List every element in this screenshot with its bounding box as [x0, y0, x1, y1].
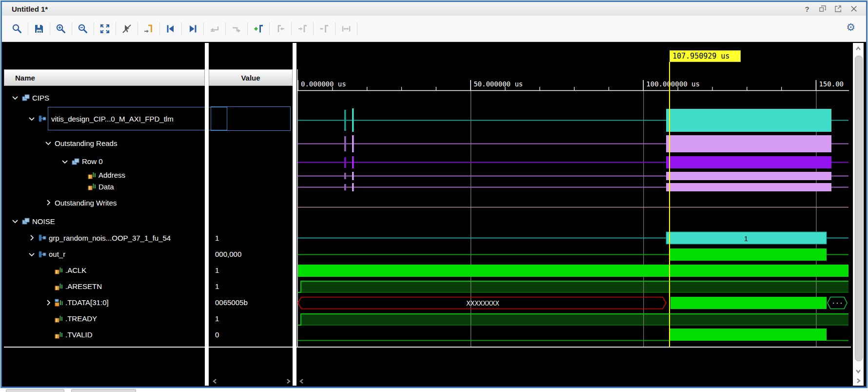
signal-label: Address	[98, 171, 125, 179]
value-hscroll-right[interactable]	[284, 377, 293, 386]
signal-row-noise[interactable]: NOISE	[4, 213, 211, 229]
close-icon[interactable]	[849, 4, 858, 13]
signal-icon	[54, 331, 64, 339]
save-button[interactable]	[31, 21, 47, 37]
signal-label: .TVALID	[64, 330, 93, 339]
chevron-right-icon[interactable]	[26, 234, 37, 241]
svg-text:···: ···	[831, 299, 843, 307]
search-button[interactable]	[9, 21, 25, 37]
signal-value	[209, 133, 293, 153]
interface-icon	[37, 234, 48, 242]
window-title: Untitled 1*	[2, 5, 48, 13]
chevron-right-icon	[285, 378, 291, 384]
pointer-off-button[interactable]	[118, 21, 135, 37]
interface-icon	[37, 115, 48, 123]
zoom-out-button[interactable]	[75, 21, 91, 37]
delete-marker-button	[316, 21, 333, 37]
toolbar-separator	[72, 22, 72, 35]
swap-previous-button	[206, 21, 223, 37]
help-icon[interactable]: ?	[803, 4, 811, 13]
toolbar-separator	[159, 22, 160, 35]
name-value-splitter[interactable]	[205, 43, 209, 386]
signal-value	[211, 106, 291, 131]
open-external-icon[interactable]	[834, 4, 843, 13]
signal-value: 1	[209, 278, 293, 294]
bottom-tab-stub-2[interactable]	[71, 389, 136, 392]
value-wave-splitter[interactable]	[293, 43, 296, 386]
svg-text:100.000000 us: 100.000000 us	[646, 80, 700, 88]
zoom-fit-button[interactable]	[97, 21, 113, 37]
signal-row-cips[interactable]: CIPS	[4, 91, 211, 104]
add-marker-button[interactable]	[250, 21, 267, 37]
svg-text:XXXXXXXX: XXXXXXXX	[466, 299, 499, 307]
value-hscroll-left[interactable]	[211, 377, 219, 386]
signal-label: vitis_design_CIP...0_M_AXI_FPD_tlm	[50, 115, 174, 123]
chevron-down-icon[interactable]	[26, 251, 37, 258]
signal-row-grp-random-nois-oop-37-1-fu-54[interactable]: grp_random_nois...OOP_37_1_fu_54	[4, 229, 227, 246]
signal-value: 1	[209, 310, 293, 327]
settings-gear-button[interactable]: ⚙	[846, 21, 855, 33]
go-to-transition-button[interactable]	[140, 21, 157, 37]
signals-bottom-separator	[4, 347, 851, 348]
previous-transition-button[interactable]	[162, 21, 179, 37]
signal-label: .TREADY	[64, 314, 97, 323]
chevron-down-icon[interactable]	[853, 366, 864, 376]
chevron-right-icon[interactable]	[43, 299, 54, 306]
signal-value: 1	[209, 229, 293, 246]
svg-text:1: 1	[744, 235, 748, 243]
interface-icon	[37, 250, 48, 258]
chevron-up-icon[interactable]	[853, 44, 864, 54]
signal-label: Data	[98, 183, 114, 191]
svg-text:150.00: 150.00	[819, 80, 844, 88]
time-cursor-line[interactable]	[669, 62, 670, 347]
chevron-down-icon[interactable]	[10, 218, 20, 225]
signal-value	[209, 169, 293, 181]
titlebar[interactable]: Untitled 1* ?	[2, 2, 866, 16]
zoom-in-button[interactable]	[53, 21, 69, 37]
signal-label: Outstanding Writes	[54, 199, 117, 207]
signal-value	[209, 213, 293, 229]
signal-value	[209, 192, 293, 213]
signal-label: CIPS	[31, 94, 49, 102]
chevron-down-icon[interactable]	[10, 94, 20, 101]
chevron-down-icon[interactable]	[43, 140, 54, 146]
vertical-scrollbar[interactable]	[853, 43, 864, 377]
swap-markers-button	[338, 21, 355, 37]
signal-label: Outstanding Reads	[54, 139, 117, 147]
signal-row-vitis-design-cip-0-m-axi-fpd-tlm[interactable]: vitis_design_CIP...0_M_AXI_FPD_tlm	[4, 104, 227, 133]
waveform-viewer-window: Untitled 1* ? ⚙ Name Value CIPSvitis_des…	[0, 0, 868, 392]
toolbar-separator	[50, 22, 50, 35]
chevron-down-icon[interactable]	[59, 158, 70, 165]
chevron-right-icon[interactable]	[43, 199, 54, 206]
bottom-tab-stub-1[interactable]	[6, 389, 64, 392]
toolbar-separator	[203, 22, 204, 35]
chevron-down-icon[interactable]	[26, 115, 37, 122]
toolbar-separator	[357, 22, 357, 35]
vertical-scrollbar-thumb[interactable]	[855, 56, 863, 361]
float-window-icon[interactable]	[818, 4, 827, 13]
toolbar-separator	[313, 22, 314, 35]
time-cursor-flag[interactable]: 107.950929 us	[670, 50, 741, 62]
selected-row-box: vitis_design_CIP...0_M_AXI_FPD_tlm	[48, 107, 227, 130]
horizontal-scroll-right[interactable]	[853, 376, 864, 386]
signal-value: 000,000	[209, 246, 293, 262]
signal-icon	[54, 283, 64, 290]
signal-label: NOISE	[31, 217, 55, 226]
wave-hscroll-left[interactable]	[297, 377, 306, 386]
swap-next-button	[228, 21, 245, 37]
toolbar-separator	[28, 22, 28, 35]
signal-icon	[87, 183, 98, 190]
signal-icon	[87, 171, 98, 179]
toolbar-separator	[138, 22, 138, 35]
signal-icon	[54, 315, 64, 323]
previous-marker-button	[272, 21, 289, 37]
toolbar-separator	[247, 22, 248, 35]
chevron-left-icon	[299, 378, 305, 384]
signal-label: .TDATA[31:0]	[64, 298, 109, 307]
toolbar-separator	[291, 22, 292, 35]
signal-label: grp_random_nois...OOP_37_1_fu_54	[48, 234, 171, 242]
signal-value	[209, 153, 293, 169]
signal-value	[209, 181, 293, 192]
signal-row-out-r[interactable]: out_r	[4, 246, 227, 262]
next-transition-button[interactable]	[184, 21, 201, 37]
